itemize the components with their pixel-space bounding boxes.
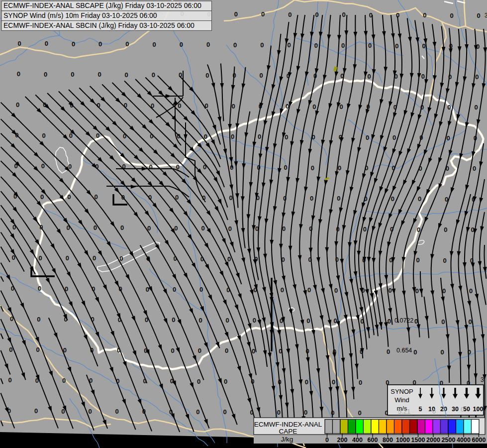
svg-text:400: 400 <box>352 437 363 444</box>
svg-text:0: 0 <box>450 12 453 19</box>
svg-text:0: 0 <box>312 103 316 111</box>
svg-text:0: 0 <box>96 132 99 139</box>
svg-text:0: 0 <box>68 163 72 170</box>
svg-text:0: 0 <box>125 71 128 79</box>
svg-text:0: 0 <box>149 163 153 171</box>
svg-text:0: 0 <box>447 104 451 111</box>
svg-text:0: 0 <box>334 287 338 294</box>
svg-text:0: 0 <box>341 42 345 49</box>
svg-text:0: 0 <box>66 254 69 262</box>
svg-text:0: 0 <box>446 134 450 142</box>
svg-text:0: 0 <box>206 41 210 48</box>
svg-text:0: 0 <box>39 254 42 262</box>
svg-text:0: 0 <box>473 165 476 172</box>
svg-text:0: 0 <box>174 224 178 232</box>
svg-text:0: 0 <box>281 286 284 294</box>
svg-text:0: 0 <box>395 42 398 50</box>
svg-text:0: 0 <box>441 318 445 326</box>
svg-text:0: 0 <box>359 379 362 386</box>
svg-text:6000: 6000 <box>472 437 486 444</box>
svg-text:0: 0 <box>41 162 45 170</box>
svg-text:0.654: 0.654 <box>396 347 412 354</box>
svg-text:0: 0 <box>342 11 346 18</box>
svg-text:0: 0 <box>88 408 92 415</box>
svg-text:0: 0 <box>339 103 343 111</box>
svg-text:0: 0 <box>366 134 369 141</box>
svg-text:0: 0 <box>287 41 291 49</box>
svg-text:0: 0 <box>367 73 371 80</box>
svg-text:200: 200 <box>337 437 348 444</box>
svg-text:3: 3 <box>485 12 487 19</box>
svg-text:0: 0 <box>388 318 391 325</box>
svg-text:0: 0 <box>66 224 70 231</box>
svg-text:0: 0 <box>288 11 292 18</box>
svg-text:100: 100 <box>473 406 484 413</box>
svg-text:2000: 2000 <box>426 437 440 444</box>
svg-text:1000: 1000 <box>396 437 410 444</box>
svg-text:0: 0 <box>232 103 235 110</box>
svg-text:0: 0 <box>315 11 318 18</box>
svg-text:0: 0 <box>34 407 38 415</box>
svg-text:0: 0 <box>234 10 238 18</box>
svg-text:0: 0 <box>226 317 229 324</box>
svg-text:0: 0 <box>477 12 481 19</box>
svg-text:0: 0 <box>125 40 129 48</box>
svg-text:5.21: 5.21 <box>398 408 410 415</box>
svg-text:0: 0 <box>8 376 11 384</box>
svg-text:0: 0 <box>152 71 155 79</box>
svg-text:0: 0 <box>196 408 199 416</box>
svg-text:0: 0 <box>461 406 464 413</box>
svg-text:0: 0 <box>120 224 124 231</box>
svg-text:0: 0 <box>93 254 96 262</box>
svg-text:0: 0 <box>468 318 472 326</box>
svg-text:0: 0 <box>474 104 478 111</box>
svg-text:0: 0 <box>180 41 183 48</box>
svg-text:0: 0 <box>197 378 200 385</box>
svg-text:0: 0 <box>387 348 390 355</box>
svg-text:0: 0 <box>152 41 156 48</box>
svg-text:0: 0 <box>44 71 47 78</box>
svg-text:600: 600 <box>368 437 378 444</box>
svg-text:0: 0 <box>260 41 264 49</box>
svg-text:0: 0 <box>325 437 329 444</box>
svg-text:4000: 4000 <box>457 437 471 444</box>
svg-text:0: 0 <box>38 285 41 292</box>
svg-text:0: 0 <box>201 224 204 232</box>
svg-text:0.0722: 0.0722 <box>394 317 413 324</box>
svg-text:0: 0 <box>469 287 473 295</box>
svg-text:30: 30 <box>452 406 459 413</box>
svg-text:0: 0 <box>475 73 479 81</box>
svg-text:0: 0 <box>388 287 391 294</box>
svg-text:0: 0 <box>231 133 234 140</box>
svg-text:2500: 2500 <box>442 437 456 444</box>
svg-text:0: 0 <box>253 317 256 324</box>
svg-text:0: 0 <box>277 409 281 416</box>
svg-text:0: 0 <box>333 317 337 325</box>
svg-text:SYNOP: SYNOP <box>390 388 413 395</box>
svg-text:0: 0 <box>417 226 420 233</box>
svg-text:0: 0 <box>332 378 335 386</box>
svg-text:0: 0 <box>443 257 447 264</box>
svg-text:0: 0 <box>432 408 436 415</box>
svg-text:0: 0 <box>67 193 71 201</box>
svg-text:0: 0 <box>418 195 421 203</box>
svg-text:0: 0 <box>252 347 255 355</box>
svg-text:0: 0 <box>304 409 307 416</box>
svg-text:0: 0 <box>71 71 74 78</box>
svg-text:0: 0 <box>421 73 425 80</box>
svg-text:0: 0 <box>306 317 310 325</box>
svg-text:0: 0 <box>305 378 308 386</box>
svg-text:0: 0 <box>415 287 419 295</box>
svg-text:0: 0 <box>173 286 176 293</box>
svg-text:0: 0 <box>258 133 261 140</box>
svg-text:0: 0 <box>42 132 45 139</box>
svg-text:ECMWF-INDEX-ANAL: ECMWF-INDEX-ANAL <box>254 421 322 428</box>
svg-text:0: 0 <box>337 195 340 202</box>
svg-text:0: 0 <box>310 195 313 202</box>
svg-text:0: 0 <box>198 317 202 324</box>
svg-text:0: 0 <box>261 10 265 18</box>
svg-text:0: 0 <box>16 101 19 109</box>
svg-text:0: 0 <box>17 70 20 78</box>
svg-text:0: 0 <box>368 42 372 49</box>
svg-text:0: 0 <box>444 226 447 233</box>
